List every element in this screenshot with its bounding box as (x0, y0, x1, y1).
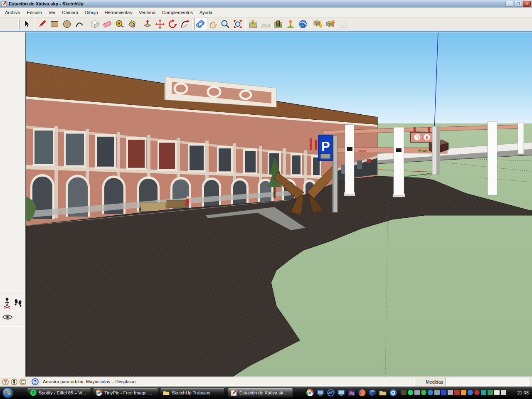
beam-red-text: Xàtiva (357, 149, 366, 152)
taskbar: Spotify - Eiffel 65 – Vi... TinyPic - Fr… (0, 387, 532, 399)
tray-camera-icon[interactable] (488, 390, 493, 395)
menu-archivo[interactable]: Archivo (2, 9, 24, 16)
rectangle-tool-icon[interactable] (48, 18, 61, 30)
minimize-button[interactable]: – (505, 1, 513, 7)
google-earth-icon[interactable] (297, 18, 309, 30)
sketchup-window: Estación de Xàtiva.skp - SketchUp – ❐ ✕ … (0, 0, 532, 399)
photo-textures-icon[interactable] (272, 18, 284, 30)
tray-messenger-icon[interactable] (401, 390, 406, 395)
menu-ver[interactable]: Ver (45, 9, 59, 16)
circle-tool-icon[interactable] (61, 18, 73, 30)
tray-security-alert-icon[interactable] (474, 390, 480, 395)
menu-complementos[interactable]: Complementos (159, 9, 196, 16)
line-tool-icon[interactable] (36, 18, 48, 30)
svg-text:Ps: Ps (349, 391, 355, 396)
get-models-icon[interactable] (312, 18, 325, 30)
restore-button[interactable]: ❐ (514, 1, 522, 7)
zoom-extents-icon[interactable] (232, 18, 244, 30)
toolbar-drag-handle[interactable] (18, 19, 20, 29)
tray-spotify-icon[interactable] (408, 390, 413, 395)
help-icon[interactable]: ? (32, 378, 39, 385)
spotify-icon (30, 389, 37, 396)
menu-dibujo[interactable]: Dibujo (81, 9, 101, 16)
position-camera-icon[interactable] (2, 297, 12, 309)
taskbar-task-sketchup[interactable]: Estación de Xàtiva.skp... (228, 388, 293, 398)
tray-safely-remove-icon[interactable] (501, 390, 506, 395)
adif-logo-text: adif (422, 149, 428, 152)
tray-red-speaker-icon[interactable] (454, 390, 460, 395)
menu-bar: Archivo Edición Ver Cámara Dibujo Herram… (0, 8, 532, 17)
white-pillar (488, 122, 497, 195)
arc-tool-icon[interactable] (73, 18, 86, 30)
tray-download-manager-icon[interactable] (461, 390, 466, 395)
zoom-tool-icon[interactable] (219, 18, 232, 30)
preview-in-google-earth-icon[interactable] (284, 18, 297, 30)
tray-green-check-icon[interactable] (421, 390, 426, 395)
tray-ati-catalyst-icon[interactable] (441, 390, 446, 395)
taskbar-task-spotify[interactable]: Spotify - Eiffel 65 – Vi... (27, 388, 91, 398)
taskbar-clock: 21:08 (517, 387, 529, 399)
close-button[interactable]: ✕ (523, 1, 531, 7)
tray-network-icon[interactable] (468, 390, 473, 395)
measurements-label: Medidas (418, 379, 443, 384)
toggle-terrain-icon[interactable] (259, 18, 272, 30)
menu-edicion[interactable]: Edición (24, 9, 45, 16)
tray-chat-bubble-icon[interactable] (428, 390, 433, 395)
tray-graphics-tool-icon[interactable] (448, 390, 453, 395)
parking-sign-letter: P (321, 139, 330, 154)
walk-icon[interactable] (13, 297, 24, 309)
taskbar-task-folder[interactable]: SketchUp Trabajos (160, 388, 225, 398)
photoshop-icon[interactable]: Ps (348, 389, 355, 397)
model-warehouse-icon[interactable] (337, 18, 350, 30)
pan-tool-icon[interactable] (207, 18, 219, 30)
workspace: Xàtiva adif (0, 32, 532, 377)
paint-bucket-icon[interactable] (126, 18, 138, 30)
main-toolbar (0, 17, 532, 32)
get-current-view-icon[interactable] (247, 18, 259, 30)
chrome-icon (96, 389, 102, 396)
chrome-quicklaunch-icon[interactable] (306, 389, 314, 397)
internet-explorer-icon[interactable] (327, 389, 335, 397)
menu-ventana[interactable]: Ventana (135, 9, 159, 16)
display-settings-icon[interactable] (337, 389, 345, 397)
window-title: Estación de Xàtiva.skp - SketchUp (9, 1, 84, 6)
menu-herramientas[interactable]: Herramientas (101, 9, 135, 16)
viewport-3d-scene[interactable]: Xàtiva adif (26, 32, 532, 377)
move-tool-icon[interactable] (154, 18, 166, 30)
firefox-icon[interactable] (358, 389, 366, 397)
claim-status-icon[interactable] (11, 379, 17, 385)
sketchup-pencil-icon (1, 1, 7, 7)
hanging-sign (410, 132, 434, 142)
credit-status-icon[interactable] (20, 379, 26, 385)
sketchup-icon (231, 389, 237, 396)
title-bar[interactable]: Estación de Xàtiva.skp - SketchUp – ❐ ✕ (0, 0, 532, 7)
rotate-tool-icon[interactable] (166, 18, 179, 30)
select-tool-icon[interactable] (20, 18, 33, 30)
orbit-tool-icon[interactable] (194, 18, 207, 30)
share-models-icon[interactable] (325, 18, 337, 30)
eraser-tool-icon[interactable] (101, 18, 113, 30)
tape-measure-icon[interactable] (113, 18, 126, 30)
follow-me-tool-icon[interactable] (179, 18, 191, 30)
menu-ayuda[interactable]: Ayuda (196, 9, 216, 16)
status-bar: ? Arrastra para orbitar. Mayúsculas = De… (0, 377, 532, 387)
start-button[interactable] (2, 387, 14, 399)
push-pull-tool-icon[interactable] (141, 18, 154, 30)
tray-user-blocked-icon[interactable] (434, 390, 440, 395)
blue-cube-app-icon[interactable] (369, 389, 376, 397)
media-player-icon[interactable] (389, 389, 397, 397)
menu-camara[interactable]: Cámara (59, 9, 81, 16)
look-around-icon[interactable] (2, 311, 12, 323)
taskbar-task-tinypic[interactable]: TinyPic - Free Image H... (93, 388, 158, 398)
tray-volume-icon[interactable] (494, 390, 500, 395)
make-component-icon[interactable] (89, 18, 101, 30)
walkthrough-toolbar (0, 32, 26, 377)
measurements-input[interactable] (446, 378, 529, 386)
status-message: Arrastra para orbitar. Mayúsculas = Desp… (41, 378, 415, 386)
folder-quicklaunch-icon[interactable] (379, 389, 387, 397)
tray-updater-icon[interactable] (414, 390, 420, 395)
geolocation-status-icon[interactable] (2, 379, 9, 385)
white-pillar (394, 127, 404, 195)
remote-desktop-icon[interactable] (317, 389, 324, 397)
tray-bluetooth-icon[interactable] (481, 390, 486, 395)
